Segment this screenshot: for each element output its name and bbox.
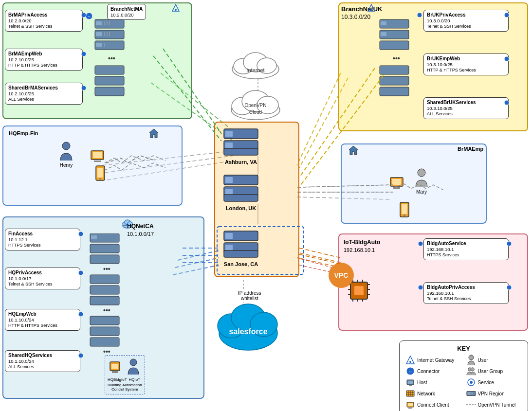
- key-user-group: User Group: [466, 366, 522, 376]
- henry-connector-line: [106, 151, 155, 176]
- svg-line-181: [299, 254, 341, 264]
- svg-line-9: [299, 253, 341, 263]
- henry-user: Henry: [58, 141, 74, 168]
- ashburn-vpn-server: Ashburn, VA: [221, 126, 260, 165]
- london-label: London, UK: [221, 205, 260, 211]
- svg-rect-169: [467, 392, 470, 394]
- building-automation: HQBldgIoT HQIoT Building Automation Cont…: [105, 355, 145, 394]
- henry-label: Henry: [60, 162, 73, 168]
- svg-point-41: [175, 9, 177, 11]
- svg-rect-36: [95, 76, 124, 85]
- svg-rect-175: [408, 408, 412, 409]
- hq-emp-fin-label: HQEmp-Fin: [9, 130, 38, 136]
- svg-point-141: [418, 241, 423, 246]
- user-icon: [466, 355, 476, 365]
- uk-server-stack: •••: [375, 15, 414, 103]
- svg-rect-117: [90, 338, 119, 346]
- svg-rect-71: [392, 179, 401, 185]
- key-title: KEY: [405, 345, 522, 352]
- ma-internet-gateway: [172, 4, 180, 13]
- svg-point-67: [99, 178, 101, 180]
- svg-rect-113: [90, 296, 119, 305]
- ip-whitelist-label: IP addresswhitelist: [236, 289, 263, 302]
- svg-rect-96: [224, 195, 258, 201]
- svg-rect-174: [408, 403, 413, 406]
- svg-point-55: [504, 56, 509, 61]
- svg-rect-159: [409, 385, 412, 386]
- svg-text:•••: •••: [103, 265, 110, 273]
- internet-cloud: Internet: [229, 49, 282, 81]
- svg-text:OpenVPN: OpenVPN: [244, 103, 266, 108]
- henry-connect-client: [90, 148, 105, 164]
- mary-user: Mary: [414, 168, 429, 195]
- svg-rect-46: [380, 41, 409, 50]
- svg-rect-43: [381, 21, 386, 25]
- hq-home-icon: [148, 128, 159, 140]
- sanjose-label: San Jose, CA: [221, 261, 260, 267]
- svg-rect-124: [111, 364, 118, 369]
- svg-point-52: [370, 9, 372, 11]
- svg-point-142: [418, 285, 423, 290]
- svg-point-152: [469, 355, 474, 360]
- svg-rect-125: [112, 371, 118, 373]
- ma-emp-dot: [81, 51, 87, 58]
- user-group-icon: [466, 366, 476, 376]
- ashburn-label: Ashburn, VA: [221, 159, 260, 165]
- svg-rect-35: [95, 66, 124, 74]
- hq-shared-dot: [78, 353, 84, 359]
- svg-point-53: [417, 13, 422, 18]
- svg-rect-72: [393, 187, 400, 189]
- hq-server-stack: ••• ••• •••: [85, 233, 124, 361]
- svg-point-58: [81, 52, 86, 56]
- svg-point-126: [130, 359, 137, 366]
- svg-rect-90: [225, 143, 233, 148]
- bldg-auto-priv-access: BldgAutoPrivAccess 192.168.10.1 Telnet &…: [423, 282, 509, 304]
- br-uk-priv-access: BrUKPrivAccess 10.3.0.0/20 Telnet & SSH …: [423, 10, 509, 32]
- mary-connect-client: [389, 175, 404, 191]
- shared-hq-services: SharedHQServices 10.1.10.0/24 ALL Servic…: [5, 350, 80, 372]
- svg-rect-50: [380, 87, 409, 96]
- svg-rect-101: [224, 250, 258, 257]
- br-ma-emp-web: BrMAEmpWeb 10.2.10.0/25 HTTP & HTTPS Ser…: [5, 49, 83, 71]
- svg-point-121: [78, 312, 83, 317]
- hq-emp-dot: [78, 311, 84, 318]
- svg-point-122: [78, 353, 83, 358]
- svg-text:salesforce: salesforce: [229, 327, 267, 336]
- svg-line-15: [297, 73, 341, 165]
- svg-rect-27: [96, 32, 102, 36]
- svg-text:↔: ↔: [87, 14, 92, 19]
- iot-bldg-auto-header: IoT-BldgAuto 192.168.10.1: [341, 237, 383, 255]
- svg-rect-112: [90, 286, 119, 294]
- salesforce-cloud: salesforce IP addresswhitelist: [214, 299, 282, 354]
- shared-br-uk-services: SharedBrUKServices 10.3.10.0/25 ALL Serv…: [423, 97, 509, 119]
- hq-iot-user-icon: [126, 358, 141, 376]
- openvpn-cloud: OpenVPN Cloud: [228, 88, 284, 123]
- sanjose-vpn-server: San Jose, CA: [221, 229, 260, 267]
- svg-point-57: [81, 13, 86, 18]
- svg-rect-49: [380, 76, 409, 85]
- svg-rect-109: [90, 255, 119, 264]
- ma-server-stack: •••: [90, 15, 129, 103]
- hq-bldg-iot-icon: [108, 358, 122, 376]
- br-ma-priv-access: BrMAPrivAccess 10.2.0.0/20 Telnet & SSH …: [5, 10, 83, 32]
- svg-text:•••: •••: [393, 54, 400, 62]
- svg-rect-74: [402, 204, 407, 214]
- br-uk-emp-web: BrUKEmpWeb 10.3.10.0/25 HTTP & HTTPS Ser…: [423, 54, 509, 75]
- key-vpn-region: VPN Region: [466, 389, 522, 398]
- svg-rect-66: [97, 168, 103, 178]
- hq-emp-web: HQEmpWeb 10.1.10.0/24 HTTP & HTTPS Servi…: [5, 309, 80, 331]
- key-connector: ↔ Connector: [405, 366, 461, 376]
- hq-net-ca-header: HQNetCA 10.1.0.0/17: [124, 221, 157, 239]
- service-icon: [466, 377, 476, 387]
- svg-point-75: [404, 214, 405, 216]
- hq-fin-dot: [78, 231, 84, 238]
- svg-rect-115: [90, 316, 119, 325]
- mary-phone: [399, 202, 410, 218]
- openvpn-tunnel-icon: [466, 400, 476, 410]
- key-service: Service: [466, 377, 522, 387]
- svg-point-151: [409, 361, 411, 363]
- svg-rect-63: [93, 152, 102, 158]
- svg-rect-93: [225, 177, 233, 183]
- svg-rect-32: [96, 43, 102, 47]
- svg-point-59: [81, 86, 86, 90]
